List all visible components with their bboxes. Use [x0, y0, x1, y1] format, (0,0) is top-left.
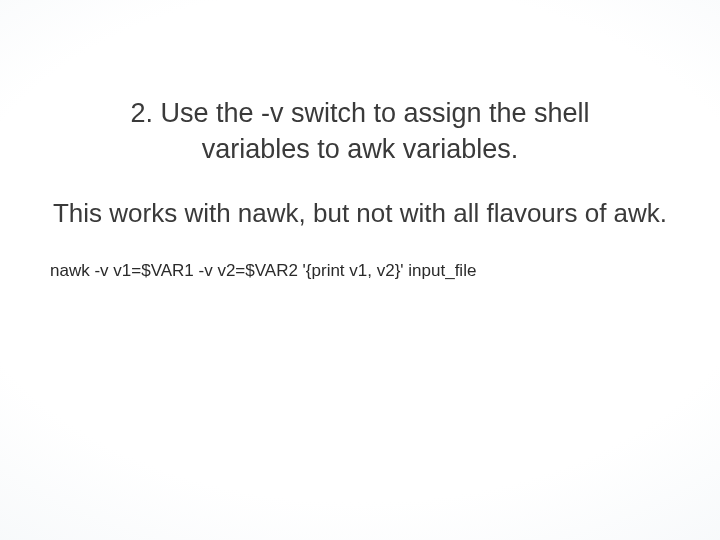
code-example: nawk -v v1=$VAR1 -v v2=$VAR2 '{print v1,… — [50, 261, 672, 281]
slide-subtext: This works with nawk, but not with all f… — [50, 196, 670, 231]
slide-body: 2. Use the -v switch to assign the shell… — [0, 0, 720, 540]
slide-heading: 2. Use the -v switch to assign the shell… — [80, 95, 640, 168]
